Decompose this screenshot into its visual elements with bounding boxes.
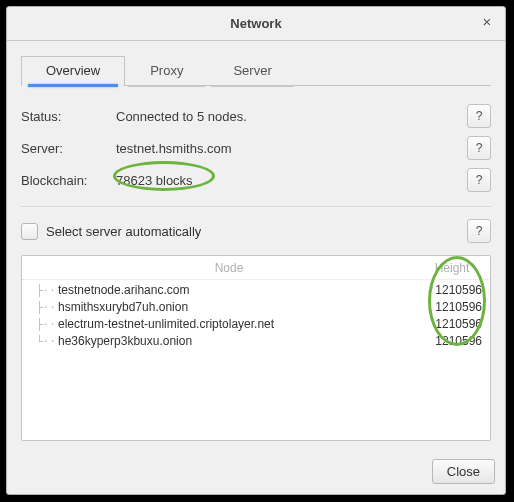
- list-body: ├··testnetnode.arihanc.com1210596├··hsmi…: [22, 280, 490, 352]
- node-height: 1210596: [422, 316, 482, 333]
- tab-proxy[interactable]: Proxy: [125, 56, 208, 86]
- blockchain-row: Blockchain: 78623 blocks ?: [21, 164, 491, 196]
- tab-overview[interactable]: Overview: [21, 56, 125, 86]
- node-height: 1210596: [422, 333, 482, 350]
- close-icon[interactable]: ×: [477, 13, 497, 33]
- auto-select-row: Select server automatically ?: [21, 217, 491, 245]
- list-item[interactable]: ├··testnetnode.arihanc.com1210596: [22, 282, 490, 299]
- help-button-server[interactable]: ?: [467, 136, 491, 160]
- tab-bar: Overview Proxy Server: [21, 55, 491, 86]
- server-row: Server: testnet.hsmiths.com ?: [21, 132, 491, 164]
- tab-server[interactable]: Server: [208, 56, 296, 86]
- list-item[interactable]: ├··electrum-testnet-unlimited.criptolaye…: [22, 316, 490, 333]
- status-value: Connected to 5 nodes.: [116, 109, 467, 124]
- list-item[interactable]: ├··hsmithsxurybd7uh.onion1210596: [22, 299, 490, 316]
- server-label: Server:: [21, 141, 116, 156]
- auto-select-checkbox[interactable]: [21, 223, 38, 240]
- window-title: Network: [7, 16, 505, 31]
- node-list: Node Height ├··testnetnode.arihanc.com12…: [21, 255, 491, 441]
- status-row: Status: Connected to 5 nodes. ?: [21, 100, 491, 132]
- close-button[interactable]: Close: [432, 459, 495, 484]
- separator: [21, 206, 491, 207]
- node-host: hsmithsxurybd7uh.onion: [58, 300, 188, 314]
- list-item[interactable]: └··he36kyperp3kbuxu.onion1210596: [22, 333, 490, 350]
- dialog-body: Overview Proxy Server Status: Connected …: [7, 41, 505, 451]
- column-height[interactable]: Height: [422, 260, 482, 277]
- node-height: 1210596: [422, 282, 482, 299]
- column-node[interactable]: Node: [36, 260, 422, 277]
- titlebar: Network ×: [7, 7, 505, 41]
- server-value: testnet.hsmiths.com: [116, 141, 467, 156]
- node-host: electrum-testnet-unlimited.criptolayer.n…: [58, 317, 274, 331]
- info-section: Status: Connected to 5 nodes. ? Server: …: [21, 100, 491, 196]
- auto-select-label: Select server automatically: [46, 224, 201, 239]
- help-button-status[interactable]: ?: [467, 104, 491, 128]
- status-label: Status:: [21, 109, 116, 124]
- node-host: he36kyperp3kbuxu.onion: [58, 334, 192, 348]
- help-button-autoselect[interactable]: ?: [467, 219, 491, 243]
- help-button-blockchain[interactable]: ?: [467, 168, 491, 192]
- bottom-bar: Close: [7, 451, 505, 494]
- node-host: testnetnode.arihanc.com: [58, 283, 189, 297]
- blockchain-value: 78623 blocks: [116, 173, 467, 188]
- list-header: Node Height: [22, 256, 490, 280]
- blockchain-label: Blockchain:: [21, 173, 116, 188]
- network-dialog: Network × Overview Proxy Server Status: …: [6, 6, 506, 495]
- node-height: 1210596: [422, 299, 482, 316]
